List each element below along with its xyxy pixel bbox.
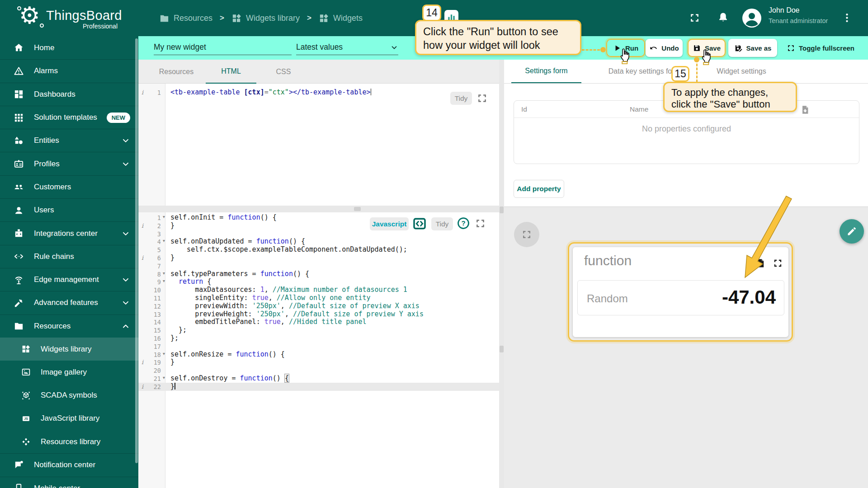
edit-widget-fab[interactable] [840,219,864,244]
splitter-grip[interactable] [500,346,504,352]
user-role: Tenant administrator [769,17,828,24]
code-line[interactable]: 14 embedTitlePanel: true, //Hided title … [138,318,499,326]
sidebar-item-entities[interactable]: Entities [0,129,138,152]
hand-cursor-run [618,48,631,64]
code-line[interactable]: i1<tb-example-table [ctx]="ctx"></tb-exa… [138,89,499,97]
tab-widget-settings[interactable]: Widget settings [705,60,778,83]
sidebar-item-customers[interactable]: Customers [0,175,138,198]
html-fullscreen-icon[interactable] [476,93,488,104]
code-line[interactable]: 16}; [138,334,499,343]
sidebar-item-advanced-features[interactable]: Advanced features [0,291,138,314]
code-text: return { [170,278,211,286]
sidebar-item-home[interactable]: Home [0,36,138,59]
splitter-grip[interactable] [500,206,504,213]
sidebar-scrollbar[interactable] [135,38,138,463]
save-as-label: Save as [746,44,772,52]
tab-resources[interactable]: Resources [149,60,203,84]
sidebar-item-dashboards[interactable]: Dashboards [0,83,138,106]
sidebar-item-javascript-library[interactable]: JSJavaScript library [0,407,138,430]
breadcrumb-label: Widgets library [246,14,300,23]
notifications-bell-icon[interactable] [717,11,729,23]
add-property-button[interactable]: Add property [514,180,564,198]
code-line[interactable]: 20 [138,366,499,375]
sidebar-item-notification-center[interactable]: Notification center [0,453,138,476]
js-tidy-button[interactable]: Tidy [431,217,453,230]
sidebar-item-label: Resources [34,322,121,331]
breadcrumb-item[interactable]: Widgets library [231,13,300,23]
code-editor-icon[interactable] [412,216,427,231]
widget-type-select[interactable]: Latest values [296,40,398,55]
code-line[interactable]: 7 [138,262,499,270]
sidebar-item-rule-chains[interactable]: Rule chains [0,245,138,268]
sidebar-item-scada-symbols[interactable]: SCADA symbols [0,384,138,407]
toggle-fullscreen-button[interactable]: Toggle fullscreen [782,39,859,57]
code-line[interactable]: 21▾self.onDestroy = function() { [138,375,499,383]
breadcrumb-item[interactable]: Resources [159,13,212,23]
widget-name-input[interactable] [154,40,292,55]
import-property-icon[interactable] [800,105,810,115]
undo-icon [649,44,658,52]
tooltip-text: To apply the changes, [671,87,789,99]
chevron-down-icon [121,275,130,284]
sidebar-item-solution-templates[interactable]: Solution templatesNEW [0,106,138,129]
thingsboard-logo-icon: ⚙ [19,2,40,29]
sidebar-item-mobile-center[interactable]: Mobile center [0,477,138,488]
notification-icon [14,460,24,470]
user-avatar[interactable] [742,8,762,28]
html-code-editor[interactable]: i1<tb-example-table [ctx]="ctx"></tb-exa… [138,84,499,206]
fold-arrow-icon[interactable]: ▾ [163,375,165,380]
sidebar-item-users[interactable]: Users [0,198,138,221]
code-line[interactable]: 12 previewWidth: '250px', //Default size… [138,302,499,310]
code-line[interactable]: 5 self.ctx.$scope.exampleTableComponent.… [138,246,499,254]
tab-html[interactable]: HTML [206,60,256,84]
tab-css[interactable]: CSS [259,60,308,84]
splitter-grip[interactable] [354,207,361,211]
fold-arrow-icon[interactable]: ▾ [163,278,165,283]
js-code-editor[interactable]: 1▾self.onInit = function() {i2}34▾self.o… [138,212,499,488]
grid-icon [14,113,24,123]
sidebar-item-image-gallery[interactable]: Image gallery [0,361,138,384]
sidebar-item-integrations-center[interactable]: Integrations center [0,221,138,244]
line-number: 3 [138,230,161,238]
preview-fullscreen-button[interactable] [514,222,539,247]
code-line[interactable]: 3 [138,230,499,238]
image-icon [21,367,31,377]
sidebar-item-resources-library[interactable]: Resources library [0,430,138,453]
help-icon[interactable]: ? [457,216,470,230]
fold-arrow-icon[interactable]: ▾ [163,214,165,219]
code-line[interactable]: 9▾ return { [138,278,499,286]
code-line[interactable]: 8▾self.typeParameters = function() { [138,270,499,278]
code-line[interactable]: 18▾self.onResize = function() { [138,351,499,359]
code-line[interactable]: 10 maxDatasources: 1, //Maximum number o… [138,286,499,294]
horizontal-splitter[interactable] [138,206,499,212]
undo-button[interactable]: Undo [646,39,683,57]
code-line[interactable]: 11 singleEntity: true, //Allow only one … [138,294,499,302]
more-menu-icon[interactable] [841,12,853,24]
column-id: Id [521,105,527,113]
code-line[interactable]: i19} [138,358,499,366]
breadcrumb-label: Resources [174,14,212,23]
fold-arrow-icon[interactable]: ▾ [163,271,165,276]
sidebar-item-profiles[interactable]: Profiles [0,152,138,175]
js-fullscreen-icon[interactable] [475,218,486,229]
code-line[interactable]: 4▾self.onDataUpdated = function() { [138,238,499,246]
code-line[interactable]: i22} [138,383,499,391]
tab-settings-form[interactable]: Settings form [511,60,581,83]
vertical-splitter[interactable] [499,60,504,488]
sidebar-item-alarms[interactable]: Alarms [0,59,138,82]
code-line[interactable]: i6} [138,254,499,262]
fold-arrow-icon[interactable]: ▾ [163,351,165,356]
html-tidy-button[interactable]: Tidy [450,92,472,105]
code-line[interactable]: 17 [138,343,499,351]
sidebar-item-widgets-library[interactable]: Widgets library [0,338,138,361]
fullscreen-icon [787,44,795,52]
breadcrumb-item[interactable]: Widgets [319,13,363,23]
fold-arrow-icon[interactable]: ▾ [163,238,165,243]
code-line[interactable]: 15 }; [138,326,499,334]
save-as-button[interactable]: Save as [728,39,777,57]
sidebar-item-resources[interactable]: Resources [0,314,138,338]
fullscreen-icon[interactable] [689,12,700,23]
sidebar-item-edge-management[interactable]: Edge management [0,268,138,291]
code-text: previewWidth: '250px', //Default size of… [170,302,420,310]
code-line[interactable]: 13 previewHeight: '250px', //Default siz… [138,310,499,319]
